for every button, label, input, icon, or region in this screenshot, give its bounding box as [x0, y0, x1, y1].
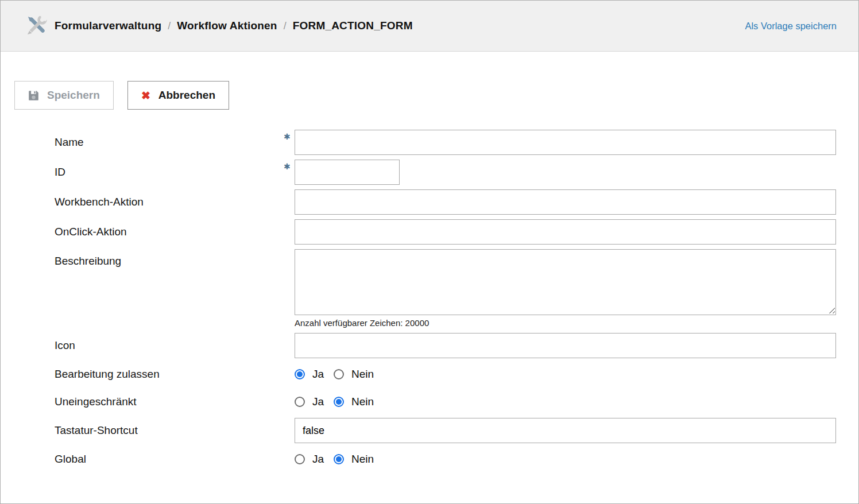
breadcrumb: Formularverwaltung / Workflow Aktionen /… [26, 16, 413, 36]
radio-ja-label: Ja [312, 396, 324, 408]
breadcrumb-item-formularverwaltung[interactable]: Formularverwaltung [55, 20, 161, 32]
global-label: Global [55, 453, 295, 466]
onclick-aktion-input[interactable] [295, 219, 836, 245]
global-nein-radio[interactable] [334, 454, 344, 464]
uneingeschraenkt-nein-radio[interactable] [334, 397, 344, 407]
tastatur-shortcut-input[interactable] [295, 418, 836, 443]
bearbeitung-zulassen-ja-option[interactable]: Ja [295, 368, 324, 381]
breadcrumb-trail: Formularverwaltung / Workflow Aktionen /… [55, 20, 413, 32]
breadcrumb-item-current: FORM_ACTION_FORM [293, 20, 413, 32]
breadcrumb-item-workflow-aktionen[interactable]: Workflow Aktionen [177, 20, 277, 32]
form-row-beschreibung: Beschreibung Anzahl verfügbarer Zeichen:… [55, 249, 858, 328]
form-action-form: Name ✱ ID ✱ Workbench-Aktion OnClick-Akt… [55, 130, 858, 471]
form-row-tastatur-shortcut: Tastatur-Shortcut [55, 418, 858, 443]
tools-icon [26, 16, 48, 36]
required-asterisk: ✱ [284, 162, 291, 170]
workbench-aktion-label: Workbench-Aktion [55, 196, 295, 208]
radio-nein-label: Nein [351, 396, 374, 408]
beschreibung-textarea[interactable] [295, 249, 836, 315]
radio-nein-label: Nein [351, 368, 374, 381]
form-row-global: Global Ja Nein [55, 448, 858, 471]
app-window: Formularverwaltung / Workflow Aktionen /… [0, 0, 859, 504]
radio-ja-label: Ja [312, 453, 324, 466]
radio-ja-label: Ja [312, 368, 324, 381]
char-count-note: Anzahl verfügbarer Zeichen: 20000 [295, 318, 836, 328]
id-label: ID [55, 166, 295, 179]
bearbeitung-zulassen-label: Bearbeitung zulassen [55, 368, 295, 381]
bearbeitung-zulassen-nein-option[interactable]: Nein [334, 368, 374, 381]
form-row-onclick-aktion: OnClick-Aktion [55, 219, 858, 245]
required-asterisk: ✱ [284, 133, 291, 141]
save-button[interactable]: Speichern [14, 81, 114, 110]
bearbeitung-zulassen-ja-radio[interactable] [295, 369, 305, 379]
header-bar: Formularverwaltung / Workflow Aktionen /… [1, 1, 858, 52]
global-nein-option[interactable]: Nein [334, 453, 374, 466]
action-toolbar: Speichern ✖ Abbrechen [14, 81, 858, 110]
red-x-icon: ✖ [141, 90, 150, 101]
floppy-disk-icon [28, 90, 39, 101]
save-as-template-link[interactable]: Als Vorlage speichern [745, 21, 837, 32]
icon-input[interactable] [295, 333, 836, 358]
cancel-button[interactable]: ✖ Abbrechen [127, 81, 229, 110]
beschreibung-label: Beschreibung [55, 249, 295, 267]
name-input[interactable] [295, 130, 836, 155]
save-button-label: Speichern [47, 89, 100, 102]
radio-nein-label: Nein [351, 453, 374, 466]
onclick-aktion-label: OnClick-Aktion [55, 226, 295, 238]
breadcrumb-separator: / [168, 20, 171, 32]
name-label: Name [55, 136, 295, 149]
tastatur-shortcut-label: Tastatur-Shortcut [55, 424, 295, 437]
cancel-button-label: Abbrechen [158, 89, 215, 102]
form-row-id: ID ✱ [55, 160, 858, 185]
form-row-name: Name ✱ [55, 130, 858, 155]
form-row-workbench-aktion: Workbench-Aktion [55, 189, 858, 215]
global-ja-option[interactable]: Ja [295, 453, 324, 466]
breadcrumb-separator: / [284, 20, 287, 32]
form-row-uneingeschraenkt: Uneingeschränkt Ja Nein [55, 390, 858, 413]
form-row-bearbeitung-zulassen: Bearbeitung zulassen Ja Nein [55, 363, 858, 386]
id-input[interactable] [295, 160, 400, 185]
bearbeitung-zulassen-nein-radio[interactable] [334, 369, 344, 379]
uneingeschraenkt-label: Uneingeschränkt [55, 396, 295, 408]
global-ja-radio[interactable] [295, 454, 305, 464]
uneingeschraenkt-ja-radio[interactable] [295, 397, 305, 407]
uneingeschraenkt-ja-option[interactable]: Ja [295, 396, 324, 408]
icon-field-label: Icon [55, 339, 295, 352]
form-row-icon: Icon [55, 333, 858, 358]
uneingeschraenkt-nein-option[interactable]: Nein [334, 396, 374, 408]
workbench-aktion-input[interactable] [295, 189, 836, 215]
